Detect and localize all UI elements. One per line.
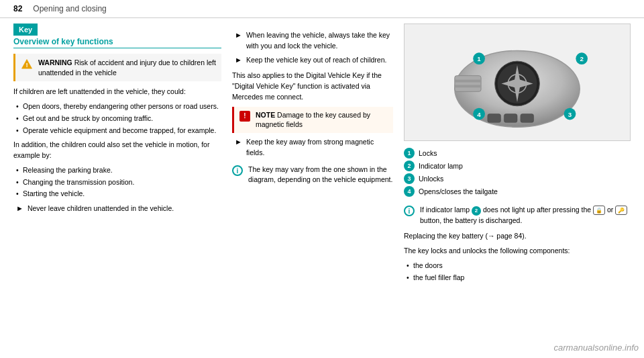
legend-num-4: 4 [404,186,415,197]
svg-text:2: 2 [580,55,584,62]
warning-box: ! WARNING Risk of accident and injury du… [13,54,221,81]
legend-item-4: 4 Opens/closes the tailgate [404,186,631,197]
note-label: NOTE [256,111,275,119]
key-label-box: Key [13,24,38,36]
info-box: i The key may vary from the one shown in… [232,162,393,187]
list-item: Starting the vehicle. [13,189,221,199]
middle-column: ► When leaving the vehicle, always take … [232,24,393,287]
svg-text:1: 1 [477,55,481,62]
info-indicator-icon: i [404,206,415,216]
list-item: Operate vehicle equipment and become tra… [13,126,221,136]
legend-label-3: Unlocks [419,175,443,183]
legend-item-2: 2 Indicator lamp [404,161,631,171]
legend-label-1: Locks [419,149,437,157]
note-icon: ! [239,111,250,122]
key-btn-icon: 🔑 [615,206,627,215]
list-item: Get out and be struck by oncoming traf­­… [13,114,221,124]
legend-num-2: 2 [404,161,415,171]
locks-unlocks-text: The key locks and unlocks the following … [404,246,631,257]
list-item: Changing the transmission position. [13,177,221,188]
arrow-icon: ► [16,204,23,212]
svg-text:4: 4 [477,111,481,118]
legend-list: 1 Locks 2 Indicator lamp 3 Unlocks 4 Ope… [404,148,631,197]
indicator-text: If indicator lamp 2 does not light up af… [420,205,631,225]
component-item-2: the fuel filler flap [404,273,631,283]
svg-rect-10 [455,76,481,92]
legend-num-3: 3 [404,173,415,184]
arrow-text: Keep the vehicle key out of reach of chi… [246,55,387,66]
components-list: the doors the fuel filler flap [404,261,631,283]
page-title: Opening and closing [33,4,106,13]
arrow-icon: ► [235,138,242,146]
lock-btn-icon: 🔒 [593,206,605,215]
right-column: 1 2 3 4 1 Locks 2 Indicator lamp [404,24,631,287]
legend-label-4: Opens/closes the tailgate [419,187,498,195]
arrow-icon: ► [235,56,242,64]
legend-item-3: 3 Unlocks [404,173,631,184]
list-item: Releasing the parking brake. [13,165,221,176]
svg-rect-12 [455,85,481,87]
arrow-item-keep: ► Keep the vehicle key out of reach of c… [232,55,393,66]
info-icon: i [232,165,243,176]
arrow-text: When leaving the vehicle, always take th… [246,30,393,52]
info-text: The key may vary from the one shown in t… [248,165,393,184]
svg-rect-11 [455,80,481,83]
legend-label-2: Indicator lamp [419,162,463,170]
main-content: Key Overview of key functions ! WARNING … [0,18,644,292]
key-diagram: 1 2 3 4 [410,30,625,135]
intro-text: If children are left unattended in the v… [13,87,221,97]
could-list: Open doors, thereby endangering other pe… [13,101,221,136]
arrow-item-never: ► Never leave children unattended in the… [13,204,221,214]
indicator-num: 2 [472,206,481,216]
warning-icon: ! [21,58,33,71]
arrow-item-leaving: ► When leaving the vehicle, always take … [232,30,393,52]
note-box: ! NOTE Damage to the key caused by magne… [232,107,393,133]
section-heading: Overview of key functions [13,37,221,48]
page-number: 82 [13,4,22,13]
warning-text: WARNING Risk of accident and injury due … [38,58,216,77]
warning-label: WARNING [38,58,72,66]
list-item: Open doors, thereby endangering other pe… [13,101,221,112]
arrow-text: Never leave children unattended in the v… [28,204,174,214]
svg-rect-9 [521,114,534,123]
in-addition-text: In addition, the children could also set… [13,140,221,161]
key-image: 1 2 3 4 [404,24,631,141]
legend-item-1: 1 Locks [404,148,631,159]
replacing-text: Replacing the key battery (→ page 84). [404,231,631,242]
note-text: NOTE Damage to the key caused by magneti… [256,110,388,130]
page-header: 82 Opening and closing [0,0,644,18]
component-item-1: the doors [404,261,631,271]
indicator-info: i If indicator lamp 2 does not light up … [404,202,631,228]
watermark: carmanualsonline.info [554,343,639,353]
arrow-text: Keep the key away from strong mag­netic … [246,137,393,159]
motion-list: Releasing the parking brake. Changing th… [13,165,221,199]
svg-text:3: 3 [568,111,572,118]
svg-rect-8 [504,114,517,123]
arrow-icon: ► [235,31,242,39]
also-applies-text: This also applies to the Digital Vehicle… [232,71,393,102]
svg-text:!: ! [25,61,28,69]
arrow-item-magnetic: ► Keep the key away from strong mag­neti… [232,137,393,159]
svg-rect-7 [488,114,501,123]
legend-num-1: 1 [404,148,415,159]
left-column: Key Overview of key functions ! WARNING … [13,24,221,287]
